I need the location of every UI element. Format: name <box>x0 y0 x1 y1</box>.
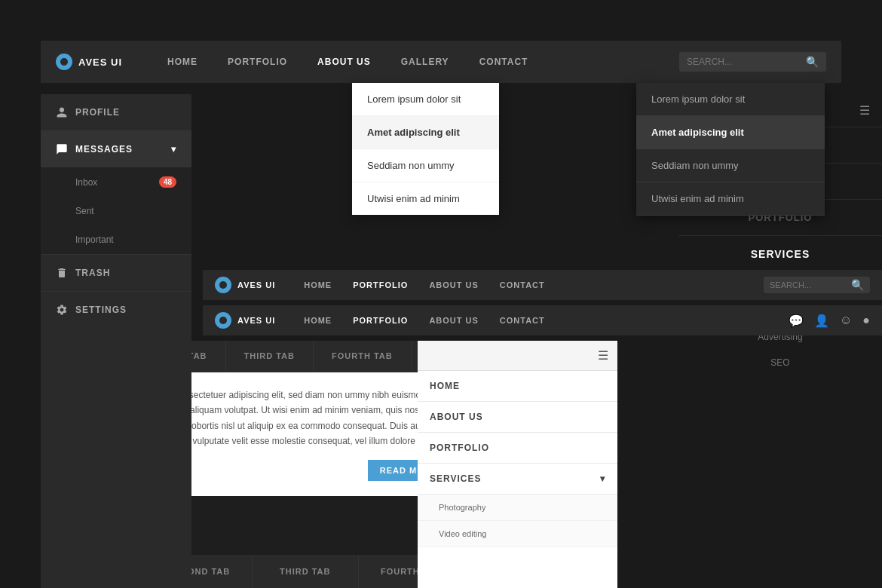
sidebar-settings-label: SETTINGS <box>75 305 127 315</box>
mobile-panel-header: ☰ <box>418 341 617 371</box>
bottom-tab-third[interactable]: THIRD TAB <box>253 555 359 588</box>
third-nav-home[interactable]: HOME <box>293 316 342 325</box>
tab-fourth[interactable]: FOURTH TAB <box>314 341 412 372</box>
search-icon: 🔍 <box>806 56 819 68</box>
smiley-icon[interactable]: ☺ <box>840 314 852 327</box>
main-logo[interactable]: AVES UI <box>56 54 122 70</box>
sidebar-sub-messages: Inbox 48 Sent Important <box>41 167 191 254</box>
clock-icon[interactable]: ● <box>862 314 870 327</box>
second-nav-portfolio[interactable]: PORTFOLIO <box>342 280 418 289</box>
second-nav-home[interactable]: HOME <box>293 280 342 289</box>
third-logo[interactable]: AVES UI <box>215 312 275 329</box>
sidebar-item-trash[interactable]: TRASH <box>41 255 191 291</box>
main-search-input[interactable] <box>687 57 800 67</box>
mid-mobile-panel: ☰ HOME ABOUT US PORTFOLIO SERVICES ▾ Pho… <box>418 341 617 588</box>
mobile-nav-about[interactable]: ABOUT US <box>418 402 617 433</box>
second-search-icon: 🔍 <box>851 279 864 291</box>
chevron-down-icon: ▾ <box>171 144 176 155</box>
message-icon <box>56 143 68 155</box>
sidebar-inbox[interactable]: Inbox 48 <box>41 167 191 197</box>
sidebar-messages-label: MESSAGES <box>75 144 133 155</box>
right-hamburger-icon[interactable]: ☰ <box>859 103 870 118</box>
sidebar: PROFILE MESSAGES ▾ Inbox 48 Sent Importa… <box>41 94 191 588</box>
sidebar-item-profile[interactable]: PROFILE <box>41 94 191 130</box>
second-logo-text: AVES UI <box>237 280 275 289</box>
important-label: Important <box>75 234 114 245</box>
second-nav-contact[interactable]: CONTACT <box>489 280 556 289</box>
sidebar-trash-label: TRASH <box>75 268 110 278</box>
third-logo-circle <box>215 312 231 329</box>
chevron-right-icon: ▾ <box>600 473 605 484</box>
hamburger-icon[interactable]: ☰ <box>598 348 608 363</box>
trash-icon <box>56 267 68 279</box>
nav-contact[interactable]: CONTACT <box>464 57 544 67</box>
second-nav-about[interactable]: ABOUT US <box>418 280 488 289</box>
inbox-badge: 48 <box>159 176 176 188</box>
mobile-nav-services[interactable]: SERVICES ▾ <box>418 464 617 495</box>
main-search-area: 🔍 <box>679 52 826 72</box>
dropdown-left-item-1[interactable]: Amet adipiscing elit <box>352 116 499 149</box>
dropdown-left-item-3[interactable]: Utwisi enim ad minim <box>352 182 499 215</box>
chat-icon[interactable]: 💬 <box>789 314 804 328</box>
mobile-nav-home[interactable]: HOME <box>418 371 617 402</box>
logo-inner <box>60 58 68 66</box>
right-sub-seo[interactable]: SEO <box>678 350 882 375</box>
second-logo-circle <box>215 277 231 293</box>
third-logo-text: AVES UI <box>237 316 275 325</box>
sidebar-item-messages[interactable]: MESSAGES ▾ <box>41 131 191 167</box>
sidebar-sent[interactable]: Sent <box>41 197 191 225</box>
dropdown-right-item-2[interactable]: Seddiam non ummy <box>636 149 825 182</box>
dropdown-left: Lorem ipsum dolor sit Amet adipiscing el… <box>352 83 499 215</box>
third-nav-about[interactable]: ABOUT US <box>418 316 488 325</box>
third-nav-links: HOME PORTFOLIO ABOUT US CONTACT <box>293 316 789 325</box>
nav-about[interactable]: ABOUT US <box>302 57 386 67</box>
logo-text: AVES UI <box>78 57 122 68</box>
dropdown-left-item-0[interactable]: Lorem ipsum dolor sit <box>352 83 499 116</box>
dropdown-right: Lorem ipsum dolor sit Amet adipiscing el… <box>636 83 825 216</box>
dropdown-right-item-1[interactable]: Amet adipiscing elit <box>636 116 825 149</box>
settings-icon <box>56 304 68 316</box>
second-nav-links: HOME PORTFOLIO ABOUT US CONTACT <box>293 280 764 289</box>
person-icon <box>56 106 68 118</box>
second-logo[interactable]: AVES UI <box>215 277 275 293</box>
sidebar-important[interactable]: Important <box>41 225 191 254</box>
mobile-nav-portfolio[interactable]: PORTFOLIO <box>418 433 617 464</box>
dropdown-right-item-0[interactable]: Lorem ipsum dolor sit <box>636 83 825 116</box>
mobile-sub-video[interactable]: Video editing <box>418 521 617 547</box>
second-navbar: AVES UI HOME PORTFOLIO ABOUT US CONTACT … <box>203 270 882 300</box>
third-nav-icons: 💬 👤 ☺ ● <box>789 314 870 328</box>
logo-circle-icon <box>56 54 72 70</box>
nav-gallery[interactable]: GALLERY <box>386 57 464 67</box>
tab-third[interactable]: THIRD TAB <box>226 341 314 372</box>
mobile-sub-photography[interactable]: Photography <box>418 495 617 521</box>
right-nav-services[interactable]: SERVICES <box>678 236 882 273</box>
sidebar-item-settings[interactable]: SETTINGS <box>41 292 191 328</box>
second-search-area: 🔍 <box>764 277 870 293</box>
person-icon[interactable]: 👤 <box>814 314 829 328</box>
sent-label: Sent <box>75 206 94 216</box>
dropdown-left-item-2[interactable]: Seddiam non ummy <box>352 149 499 182</box>
second-search-input[interactable] <box>770 280 845 289</box>
third-nav-contact[interactable]: CONTACT <box>489 316 556 325</box>
nav-home[interactable]: HOME <box>152 57 213 67</box>
third-navbar: AVES UI HOME PORTFOLIO ABOUT US CONTACT … <box>203 305 882 335</box>
nav-portfolio[interactable]: PORTFOLIO <box>213 57 302 67</box>
sidebar-profile-label: PROFILE <box>75 107 120 118</box>
third-nav-portfolio[interactable]: PORTFOLIO <box>342 316 418 325</box>
main-nav-links: HOME PORTFOLIO ABOUT US GALLERY CONTACT <box>152 57 679 67</box>
inbox-label: Inbox <box>75 177 97 188</box>
dropdown-right-item-3[interactable]: Utwisi enim ad minim <box>636 182 825 216</box>
main-navbar: AVES UI HOME PORTFOLIO ABOUT US GALLERY … <box>41 41 841 83</box>
mobile-services-label: SERVICES <box>430 473 481 484</box>
